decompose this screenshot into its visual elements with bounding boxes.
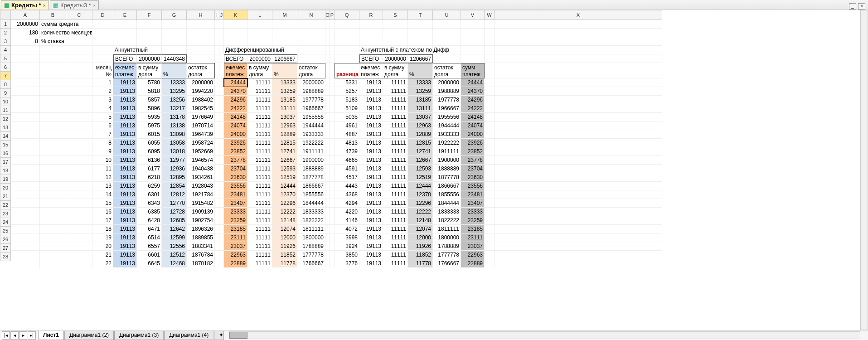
row-header-17[interactable]: 17 xyxy=(0,158,11,166)
column-header-O[interactable]: O xyxy=(325,10,330,20)
row-header-10[interactable]: 10 xyxy=(0,97,11,106)
column-header-A[interactable]: A xyxy=(11,10,40,20)
row-header-18[interactable]: 18 xyxy=(0,166,11,175)
column-header-P[interactable]: P xyxy=(330,10,335,20)
close-button[interactable]: × xyxy=(858,3,865,10)
row-header-3[interactable]: 3 xyxy=(0,37,11,46)
row-header-6[interactable]: 6 xyxy=(0,63,11,72)
select-all-corner[interactable] xyxy=(0,10,11,20)
column-header-S[interactable]: S xyxy=(383,10,408,20)
column-header-I[interactable]: I xyxy=(215,10,219,20)
row-header-4[interactable]: 4 xyxy=(0,46,11,54)
column-header-W[interactable]: W xyxy=(485,10,495,20)
row-header-13[interactable]: 13 xyxy=(0,123,11,132)
column-headers[interactable]: ABCDEFGHIJKLMNOPQRSTUVWX xyxy=(11,10,662,20)
column-header-M[interactable]: M xyxy=(272,10,297,20)
row-header-28[interactable]: 28 xyxy=(0,253,11,261)
row-header-9[interactable]: 9 xyxy=(0,89,11,97)
spreadsheet-icon: ▦ xyxy=(4,2,10,9)
cells-area[interactable]: 2000000сумма кредита180количество месяце… xyxy=(11,20,662,267)
document-tab-bar: ▦Кредиты *×▦Кредиты3 *× ‗ × xyxy=(0,0,868,10)
column-header-N[interactable]: N xyxy=(297,10,325,20)
column-header-H[interactable]: H xyxy=(187,10,215,20)
row-header-1[interactable]: 1 xyxy=(0,20,11,29)
row-header-25[interactable]: 25 xyxy=(0,227,11,235)
column-header-Q[interactable]: Q xyxy=(335,10,359,20)
row-header-14[interactable]: 14 xyxy=(0,132,11,141)
column-header-F[interactable]: F xyxy=(137,10,162,20)
column-header-B[interactable]: B xyxy=(40,10,66,20)
row-header-2[interactable]: 2 xyxy=(0,29,11,37)
document-tab[interactable]: ▦Кредиты *× xyxy=(1,0,49,10)
column-header-L[interactable]: L xyxy=(247,10,272,20)
row-header-11[interactable]: 11 xyxy=(0,106,11,115)
minimize-button[interactable]: ‗ xyxy=(849,3,856,10)
row-header-24[interactable]: 24 xyxy=(0,218,11,227)
spreadsheet-grid[interactable]: ABCDEFGHIJKLMNOPQRSTUVWX 123456789101112… xyxy=(0,10,868,267)
row-header-8[interactable]: 8 xyxy=(0,80,11,89)
row-header-19[interactable]: 19 xyxy=(0,175,11,184)
column-header-G[interactable]: G xyxy=(162,10,187,20)
column-header-K[interactable]: K xyxy=(224,10,247,20)
row-headers[interactable]: 1234567891011121314151617181920212223242… xyxy=(0,20,11,261)
row-header-23[interactable]: 23 xyxy=(0,209,11,218)
row-header-20[interactable]: 20 xyxy=(0,184,11,192)
vertical-scrollbar[interactable] xyxy=(860,10,868,267)
column-header-C[interactable]: C xyxy=(66,10,92,20)
row-header-21[interactable]: 21 xyxy=(0,192,11,201)
row-header-5[interactable]: 5 xyxy=(0,54,11,63)
document-tab[interactable]: ▦Кредиты3 *× xyxy=(50,0,99,10)
column-header-J[interactable]: J xyxy=(219,10,224,20)
column-header-U[interactable]: U xyxy=(433,10,461,20)
close-tab-icon[interactable]: × xyxy=(43,3,46,8)
row-header-27[interactable]: 27 xyxy=(0,244,11,253)
close-tab-icon[interactable]: × xyxy=(93,3,96,8)
row-header-26[interactable]: 26 xyxy=(0,235,11,244)
tab-label: Кредиты3 * xyxy=(60,2,91,9)
spreadsheet-icon: ▦ xyxy=(53,2,58,9)
row-header-12[interactable]: 12 xyxy=(0,115,11,123)
row-header-16[interactable]: 16 xyxy=(0,149,11,158)
column-header-T[interactable]: T xyxy=(408,10,433,20)
column-header-V[interactable]: V xyxy=(461,10,485,20)
row-header-7[interactable]: 7 xyxy=(0,72,11,80)
row-header-15[interactable]: 15 xyxy=(0,141,11,149)
column-header-X[interactable]: X xyxy=(495,10,662,20)
row-header-22[interactable]: 22 xyxy=(0,201,11,209)
column-header-D[interactable]: D xyxy=(92,10,113,20)
column-header-R[interactable]: R xyxy=(359,10,383,20)
column-header-E[interactable]: E xyxy=(113,10,137,20)
tab-label: Кредиты * xyxy=(11,2,41,9)
